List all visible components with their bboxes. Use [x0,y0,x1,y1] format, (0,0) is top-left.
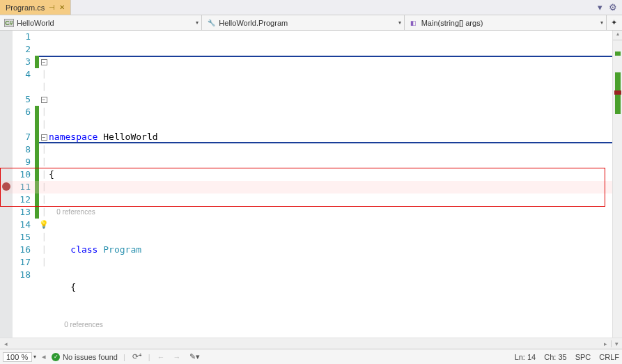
close-icon[interactable]: ✕ [59,3,65,11]
chevron-down-icon[interactable]: ▾ [33,354,36,360]
scroll-left-icon[interactable]: ◂ [0,340,11,347]
indent-mode[interactable]: SPC [575,353,591,361]
tab-bar: Program.cs ⊣ ✕ ▾ ⚙ [0,0,622,15]
scroll-up-icon[interactable]: ▴ [613,31,622,40]
codelens-references[interactable]: 0 references [49,206,612,219]
breakpoint-gutter[interactable] [0,31,13,338]
overview-breakpoint-mark [614,90,621,95]
codelens-references[interactable]: 0 references [49,319,612,331]
fold-gutter[interactable]: − │ │ − │ │ − │ │ │ │ │ │ 💡 │ │ │ [39,31,49,338]
separator: | [123,353,125,361]
check-icon: ✓ [52,353,60,361]
zoom-value[interactable]: 100 % [3,352,32,362]
scroll-down-icon[interactable]: ▾ [611,340,622,347]
fold-toggle[interactable]: − [41,59,47,65]
cursor-char[interactable]: Ch: 35 [544,353,566,361]
code-editor[interactable]: 123456789101112131415161718 − │ │ − │ │ … [0,31,622,338]
nav-namespace-text: HelloWorld [17,19,54,27]
nav-class-text: HelloWorld.Program [219,19,288,27]
lightbulb-icon[interactable]: 💡 [39,220,49,229]
breakpoint-icon[interactable] [2,182,10,191]
csharp-icon: C# [4,19,14,27]
chevron-down-icon: ▾ [196,19,199,26]
code-content[interactable]: namespace HelloWorld { 0 references clas… [49,31,612,338]
file-tab[interactable]: Program.cs ⊣ ✕ [0,0,71,15]
issues-text: No issues found [63,353,118,361]
line-number-gutter: 123456789101112131415161718 [13,31,35,338]
chevron-down-icon: ▾ [600,19,603,26]
nav-method[interactable]: ◧ Main(string[] args) ▾ [405,15,607,30]
pin-icon[interactable]: ⊣ [49,3,55,11]
chevron-left-icon[interactable]: ◂ [42,352,46,361]
scroll-right-icon[interactable]: ▸ [600,340,611,347]
scroll-track[interactable] [11,338,600,349]
nav-method-text: Main(string[] args) [421,19,483,27]
tab-filename: Program.cs [6,3,45,12]
tool-icon[interactable]: ✎▾ [188,352,201,361]
separator: | [148,353,150,361]
issues-indicator[interactable]: ✓ No issues found [52,353,118,361]
chevron-down-icon[interactable]: ▾ [596,2,605,13]
horizontal-scrollbar[interactable]: ◂ ▸ ▾ [0,338,622,349]
chevron-down-icon: ▾ [398,19,401,26]
fold-toggle[interactable]: − [41,97,47,103]
cursor-line[interactable]: Ln: 14 [515,353,536,361]
sync-icon[interactable]: ⟳⁴ [131,352,143,361]
gear-icon[interactable]: ⚙ [607,2,619,13]
navigation-bar: C# HelloWorld ▾ 🔧 HelloWorld.Program ▾ ◧… [0,15,622,31]
status-bar: 100 % ▾ ◂ ✓ No issues found | ⟳⁴ | ← → ✎… [0,349,622,364]
nav-namespace[interactable]: C# HelloWorld ▾ [0,15,202,30]
split-icon: ✦ [611,18,617,27]
fold-toggle[interactable]: − [41,134,47,141]
class-icon: 🔧 [206,19,216,27]
overview-change-mark [615,52,621,56]
line-ending[interactable]: CRLF [599,353,619,361]
overview-ruler[interactable]: ▴ [612,31,622,338]
method-icon: ◧ [409,19,419,27]
split-window-button[interactable]: ✦ [607,15,622,30]
zoom-control[interactable]: 100 % ▾ [3,352,36,362]
tab-bar-actions: ▾ ⚙ [596,0,622,15]
nav-back-icon[interactable]: ← [156,353,166,361]
nav-class[interactable]: 🔧 HelloWorld.Program ▾ [202,15,404,30]
nav-forward-icon[interactable]: → [172,353,182,361]
